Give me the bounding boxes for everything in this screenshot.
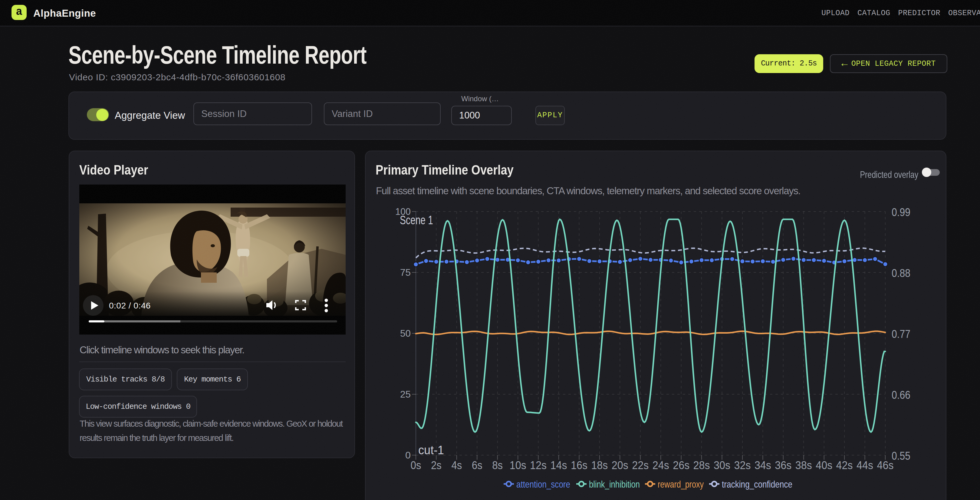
svg-text:2s: 2s: [431, 459, 442, 471]
svg-text:4s: 4s: [451, 459, 462, 471]
svg-text:18s: 18s: [591, 459, 608, 471]
svg-text:Scene 1: Scene 1: [400, 213, 433, 227]
svg-text:25: 25: [400, 389, 411, 400]
svg-text:26s: 26s: [673, 459, 689, 471]
svg-text:0.99: 0.99: [892, 206, 910, 219]
svg-text:46s: 46s: [877, 459, 894, 471]
svg-text:0.55: 0.55: [892, 450, 910, 462]
svg-text:0.66: 0.66: [892, 389, 910, 401]
svg-text:8s: 8s: [492, 459, 503, 471]
svg-text:20s: 20s: [612, 459, 628, 471]
svg-text:attention_score: attention_score: [516, 479, 570, 490]
svg-text:16s: 16s: [571, 459, 587, 471]
svg-text:12s: 12s: [530, 459, 547, 471]
svg-text:10s: 10s: [510, 459, 526, 471]
svg-text:0s: 0s: [411, 459, 421, 471]
svg-text:32s: 32s: [734, 459, 751, 471]
svg-text:50: 50: [400, 328, 411, 339]
svg-text:6s: 6s: [472, 459, 482, 471]
svg-text:44s: 44s: [856, 459, 873, 471]
svg-text:36s: 36s: [775, 459, 791, 471]
svg-text:14s: 14s: [550, 459, 567, 471]
svg-text:24s: 24s: [652, 459, 669, 471]
svg-text:75: 75: [400, 267, 411, 278]
svg-text:34s: 34s: [754, 459, 771, 471]
svg-text:0: 0: [405, 450, 411, 461]
svg-text:0.88: 0.88: [892, 267, 910, 280]
svg-text:28s: 28s: [694, 459, 710, 471]
svg-text:22s: 22s: [632, 459, 649, 471]
svg-text:tracking_confidence: tracking_confidence: [722, 479, 792, 490]
svg-text:0.77: 0.77: [892, 328, 910, 340]
svg-text:40s: 40s: [816, 459, 832, 471]
svg-text:38s: 38s: [795, 459, 812, 471]
svg-text:reward_proxy: reward_proxy: [658, 479, 704, 490]
svg-text:42s: 42s: [836, 459, 853, 471]
svg-text:cut-1: cut-1: [418, 443, 444, 457]
svg-text:blink_inhibition: blink_inhibition: [589, 479, 640, 490]
svg-text:30s: 30s: [714, 459, 730, 471]
